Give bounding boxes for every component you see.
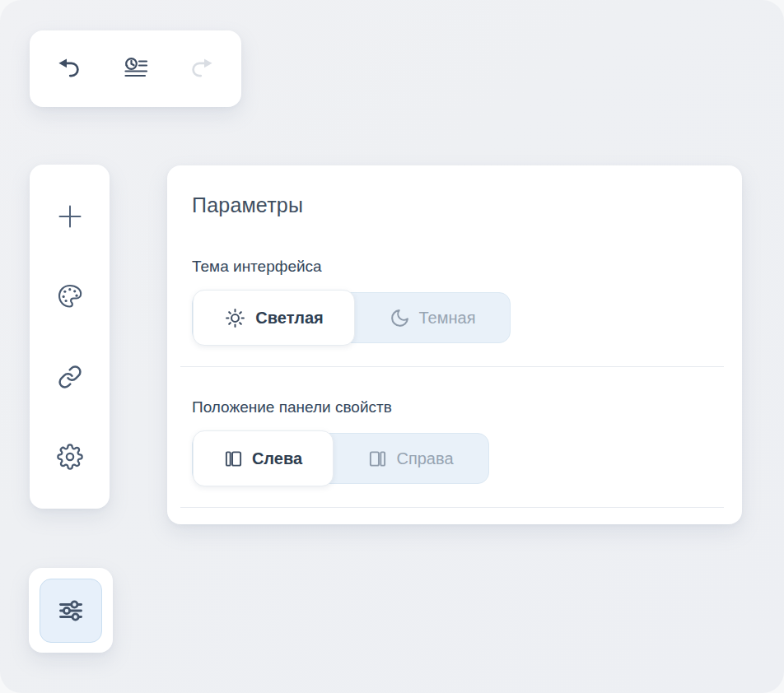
moon-icon (390, 308, 410, 328)
position-option-left[interactable]: Слева (193, 430, 334, 486)
gear-icon (57, 444, 83, 470)
theme-option-dark[interactable]: Темная (355, 293, 510, 342)
undo-button[interactable] (51, 51, 87, 87)
parameters-panel: Параметры Тема интерфейса (167, 165, 742, 524)
sidebar-item-settings[interactable] (52, 439, 88, 475)
position-option-right-label: Справа (396, 449, 453, 468)
sidebar-item-appearance[interactable] (52, 278, 88, 314)
sliders-icon (54, 594, 87, 627)
theme-option-light-label: Светлая (255, 309, 323, 328)
link-icon (58, 365, 82, 389)
section-divider (180, 507, 724, 508)
position-option-right[interactable]: Справа (334, 434, 488, 483)
theme-option-dark-label: Темная (419, 309, 476, 328)
app-canvas: Параметры Тема интерфейса (0, 0, 784, 693)
position-option-left-label: Слева (252, 449, 302, 468)
plus-icon (57, 203, 83, 230)
palette-icon (56, 282, 84, 310)
parameters-toggle-card (29, 568, 113, 653)
panel-right-icon (368, 449, 387, 468)
panel-left-icon (224, 449, 243, 468)
tools-sidebar (30, 165, 110, 509)
history-icon (123, 56, 149, 82)
history-button[interactable] (118, 51, 154, 87)
redo-button[interactable] (184, 51, 220, 87)
section-divider (180, 366, 724, 367)
page-title: Параметры (192, 193, 717, 217)
history-toolbar (30, 30, 241, 107)
theme-toggle-group: Светлая Темная (192, 292, 511, 343)
panel-position-toggle-group: Слева Справа (192, 433, 489, 484)
theme-option-light[interactable]: Светлая (193, 290, 355, 346)
redo-icon (189, 56, 215, 82)
theme-section-label: Тема интерфейса (192, 258, 717, 276)
panel-position-section-label: Положение панели свойств (192, 398, 717, 416)
sidebar-item-add[interactable] (52, 198, 88, 235)
sun-icon (224, 307, 246, 329)
parameters-button[interactable] (40, 579, 102, 643)
sidebar-item-links[interactable] (52, 359, 88, 395)
undo-icon (56, 56, 82, 82)
